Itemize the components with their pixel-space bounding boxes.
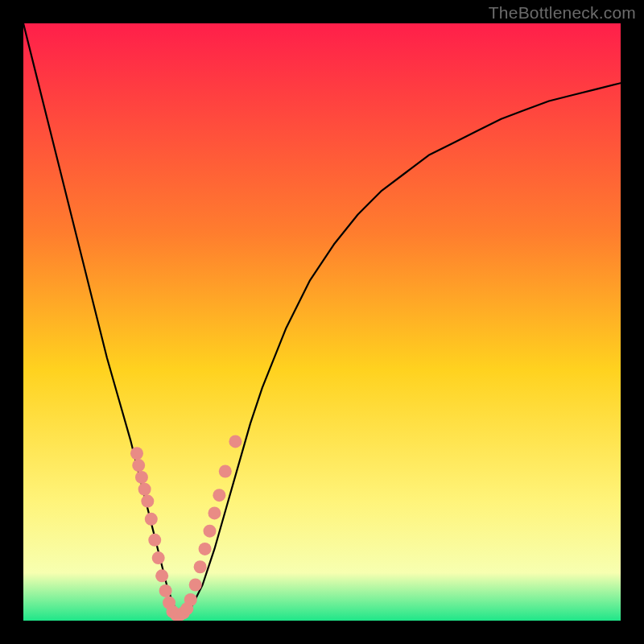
data-marker xyxy=(152,551,165,564)
data-marker xyxy=(213,489,225,502)
data-marker xyxy=(130,447,143,460)
data-marker xyxy=(138,483,151,496)
data-marker xyxy=(159,584,172,597)
data-marker xyxy=(219,465,232,478)
data-marker xyxy=(132,459,145,472)
data-marker xyxy=(208,506,221,519)
data-marker xyxy=(189,578,202,591)
chart-svg xyxy=(23,23,621,621)
data-marker xyxy=(184,593,197,606)
data-marker xyxy=(141,495,154,508)
data-marker xyxy=(194,560,207,573)
data-marker xyxy=(199,543,212,555)
plot-area xyxy=(23,23,621,621)
gradient-background xyxy=(23,23,621,621)
data-marker xyxy=(204,525,217,538)
data-marker xyxy=(135,471,148,484)
data-marker xyxy=(155,569,168,582)
chart-frame: TheBottleneck.com xyxy=(0,0,644,644)
watermark-text: TheBottleneck.com xyxy=(489,3,636,23)
data-marker xyxy=(148,534,161,547)
data-marker xyxy=(145,513,158,526)
data-marker xyxy=(229,435,242,448)
